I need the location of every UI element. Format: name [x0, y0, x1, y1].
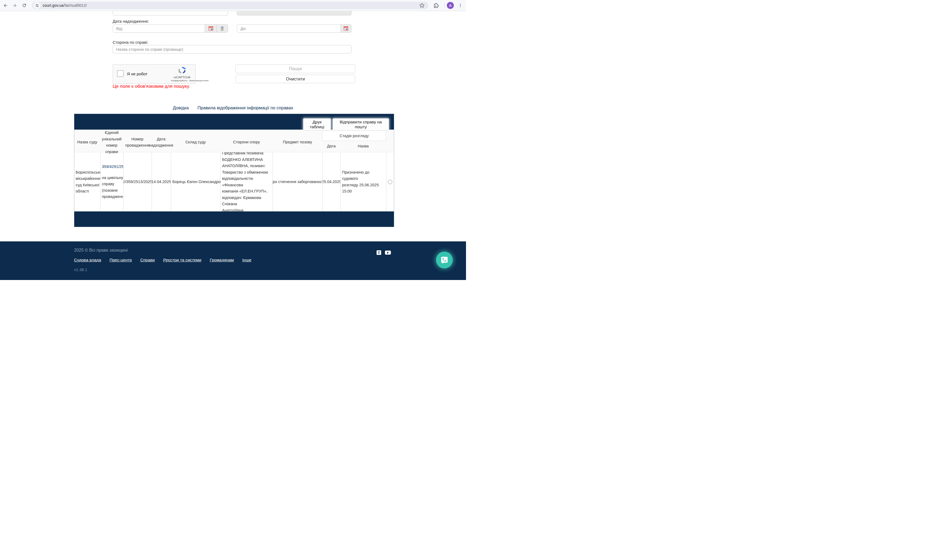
cell-stage-name: Призначено до судового розгляду 25.06.20… — [340, 152, 386, 211]
table-top-bar: Друк таблиці Відправити справу на пошту — [74, 114, 394, 129]
cell-select — [386, 152, 394, 211]
site-footer: 2025 © Всі права захищені Судова влада П… — [0, 242, 466, 280]
rules-link[interactable]: Правила відображення інформації по справ… — [197, 105, 293, 111]
footer-link-cases[interactable]: Справи — [140, 258, 155, 262]
footer-link-registers[interactable]: Реєстри та системи — [163, 258, 202, 262]
date-to-input[interactable] — [237, 25, 340, 32]
calendar-icon — [208, 26, 213, 31]
header-select — [386, 129, 394, 155]
url-text: court.gov.ua/fair/sud5012/ — [43, 3, 87, 8]
date-from-input[interactable] — [113, 25, 205, 32]
recaptcha-brand-name: reCAPTCHA — [171, 75, 193, 79]
print-table-button[interactable]: Друк таблиці — [303, 118, 331, 131]
send-case-email-button[interactable]: Відправити справу на пошту — [333, 118, 389, 131]
header-court: Назва суду — [74, 129, 100, 155]
footer-link-judiciary[interactable]: Судова влада — [74, 258, 101, 262]
party-label: Сторона по справі: — [112, 40, 148, 45]
recaptcha-widget: Я не робот reCAPTCHA Конфіденційність - … — [112, 64, 196, 84]
cell-stage-date: 25.04.2025 — [322, 152, 340, 211]
toolbar-divider — [444, 3, 445, 8]
recaptcha-checkbox[interactable] — [117, 70, 124, 77]
results-table: Друк таблиці Відправити справу на пошту … — [74, 114, 394, 227]
table-bottom-bar — [74, 211, 394, 227]
date-from-clear-button[interactable] — [216, 25, 228, 32]
recaptcha-logo-icon — [178, 66, 186, 74]
back-icon[interactable] — [2, 2, 9, 9]
footer-links: Судова влада Прес-центр Справи Реєстри т… — [74, 258, 251, 262]
search-button[interactable]: Пошук — [236, 64, 355, 73]
party-input[interactable] — [112, 45, 351, 54]
facebook-icon[interactable]: f — [377, 250, 381, 255]
cell-date-received: 14.04.2025 — [151, 152, 171, 211]
table-row: Бориспільський міськрайонний суд Київськ… — [74, 152, 394, 211]
clear-button[interactable]: Очистити — [236, 75, 355, 83]
site-settings-icon[interactable] — [34, 2, 40, 9]
header-stage-date: Дата — [322, 144, 340, 148]
url-domain: court.gov.ua — [43, 3, 63, 8]
recaptcha-label: Я не робот — [127, 72, 148, 76]
reload-icon[interactable] — [21, 2, 28, 9]
cell-proceeding-number: 2/359/2513/2025 — [123, 152, 151, 211]
chat-widget-button[interactable] — [436, 252, 453, 268]
recaptcha-brand: reCAPTCHA Конфіденційність - Умови викор… — [171, 66, 193, 82]
url-bar[interactable]: court.gov.ua/fair/sud5012/ — [32, 2, 428, 9]
table-header-row: Назва суду Єдиний унікальний номер справ… — [74, 129, 394, 152]
cell-parties: Представник позивача: БОДЕНКО АЛЕВТИНА А… — [220, 152, 273, 211]
youtube-icon[interactable] — [385, 251, 391, 255]
header-proceeding: Номер провадження — [123, 129, 151, 155]
copyright-text: 2025 © Всі права захищені — [74, 248, 128, 253]
social-icons: f — [377, 250, 391, 255]
footer-link-other[interactable]: Інше — [242, 258, 251, 262]
help-link[interactable]: Довідка — [173, 105, 189, 111]
date-to-calendar-button[interactable] — [340, 25, 351, 32]
case-type-text: на цивільну справу (позовне провадження) — [102, 175, 123, 200]
browser-toolbar: court.gov.ua/fair/sud5012/ A — [0, 0, 466, 11]
recaptcha-privacy-terms-links[interactable]: Конфіденційність - Умови використання — [171, 79, 193, 82]
date-from-group — [112, 24, 228, 33]
menu-dots-icon[interactable] — [457, 2, 464, 9]
header-stage-name: Назва — [340, 144, 386, 148]
version-text: v1.38.1 — [74, 267, 87, 272]
calendar-icon — [344, 26, 348, 31]
header-date-received: Дата надходження — [151, 129, 171, 155]
trash-icon — [220, 26, 225, 31]
header-case-number: Єдиний унікальний номер справи — [100, 129, 123, 155]
page: court.gov.ua/fair/sud5012/ A Дата надход… — [0, 0, 466, 280]
header-judges: Склад суду — [171, 129, 220, 155]
profile-avatar[interactable]: A — [447, 2, 454, 9]
date-received-label: Дата надходження: — [112, 19, 149, 23]
case-number-link[interactable]: 359/4291/25 — [102, 164, 123, 170]
extensions-icon[interactable] — [433, 2, 439, 9]
help-links-row: Довідка Правила відображення інформації … — [0, 105, 466, 111]
cell-subject: про стягнення заборгованості — [273, 152, 322, 211]
date-from-calendar-button[interactable] — [205, 25, 216, 32]
forward-icon[interactable] — [11, 2, 18, 9]
bookmark-star-icon[interactable] — [419, 3, 425, 9]
header-parties: Сторони спору — [220, 129, 273, 155]
footer-link-press-center[interactable]: Прес-центр — [109, 258, 132, 262]
required-field-error: Це поле є обов'язковим для пошуку. — [112, 84, 190, 89]
footer-link-citizens[interactable]: Громадянам — [210, 258, 234, 262]
header-stage-group: Стадія розгляду Дата Назва — [322, 129, 386, 155]
row-select-radio[interactable] — [388, 180, 392, 184]
header-subject: Предмет позову — [273, 129, 322, 155]
url-path: /fair/sud5012/ — [63, 3, 87, 8]
date-to-group — [237, 24, 351, 33]
cell-court: Бориспільський міськрайонний суд Київськ… — [74, 152, 100, 211]
phone-bubble-icon — [441, 256, 448, 264]
cell-case-number: 359/4291/25 на цивільну справу (позовне … — [100, 152, 123, 211]
cell-judges: Борець Євген Олександрович — [171, 152, 220, 211]
header-stage-title: Стадія розгляду — [322, 131, 386, 141]
